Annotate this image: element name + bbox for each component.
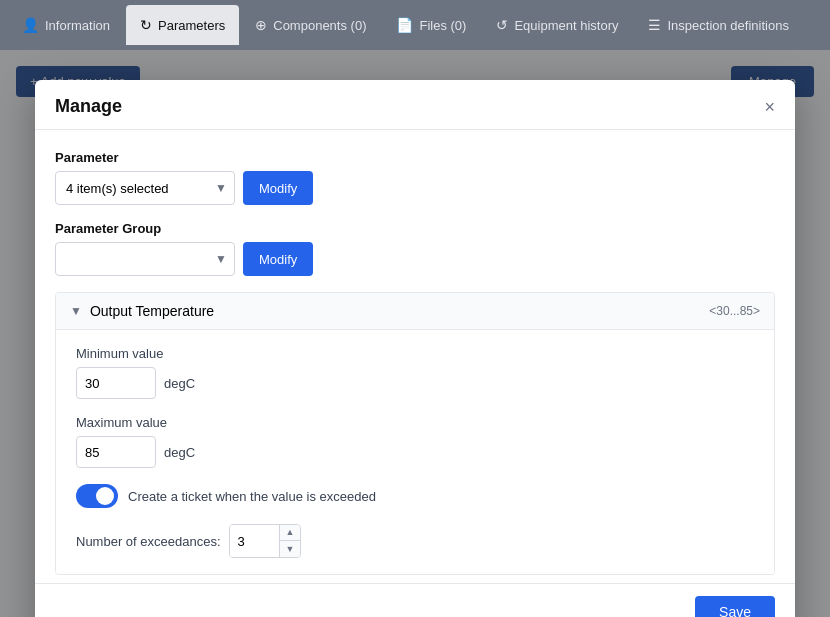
equipment-history-icon: ↺ — [496, 17, 508, 33]
parameter-row: 4 item(s) selected ▼ Modify — [55, 171, 775, 205]
tab-components-label: Components (0) — [273, 18, 366, 33]
tab-equipment-history-label: Equipment history — [514, 18, 618, 33]
tab-parameters[interactable]: ↻ Parameters — [126, 5, 239, 45]
min-unit-label: degC — [164, 376, 195, 391]
parameters-icon: ↻ — [140, 17, 152, 33]
parameter-label: Parameter — [55, 150, 775, 165]
tab-files[interactable]: 📄 Files (0) — [382, 5, 480, 45]
accordion: ▼ Output Temperature <30...85> Minimum v… — [55, 292, 775, 575]
max-value-row: Maximum value degC — [76, 415, 754, 468]
tab-bar: 👤 Information ↻ Parameters ⊕ Components … — [0, 0, 830, 50]
max-unit-label: degC — [164, 445, 195, 460]
components-icon: ⊕ — [255, 17, 267, 33]
accordion-chevron-icon: ▼ — [70, 304, 82, 318]
modal-overlay: Manage × Parameter 4 item(s) selected ▼ — [0, 50, 830, 617]
stepper-down-button[interactable]: ▼ — [280, 541, 301, 557]
exceedances-input[interactable] — [230, 525, 280, 557]
accordion-title: Output Temperature — [90, 303, 214, 319]
tab-inspection-definitions[interactable]: ☰ Inspection definitions — [634, 5, 802, 45]
tab-information-label: Information — [45, 18, 110, 33]
accordion-body: Minimum value degC Maximum value de — [56, 329, 774, 574]
exceedances-row: Number of exceedances: ▲ ▼ — [76, 524, 754, 558]
modal-footer: Save — [35, 583, 795, 617]
exceedances-label: Number of exceedances: — [76, 534, 221, 549]
save-button[interactable]: Save — [695, 596, 775, 617]
tab-files-label: Files (0) — [419, 18, 466, 33]
tab-inspection-definitions-label: Inspection definitions — [667, 18, 788, 33]
accordion-header[interactable]: ▼ Output Temperature <30...85> — [56, 293, 774, 329]
parameter-select[interactable]: 4 item(s) selected — [55, 171, 235, 205]
modal-close-button[interactable]: × — [764, 98, 775, 116]
accordion-header-left: ▼ Output Temperature — [70, 303, 214, 319]
tab-components[interactable]: ⊕ Components (0) — [241, 5, 380, 45]
tab-equipment-history[interactable]: ↺ Equipment history — [482, 5, 632, 45]
accordion-badge: <30...85> — [709, 304, 760, 318]
modal-title: Manage — [55, 96, 122, 117]
min-value-row: Minimum value degC — [76, 346, 754, 399]
tab-information[interactable]: 👤 Information — [8, 5, 124, 45]
min-value-label: Minimum value — [76, 346, 754, 361]
files-icon: 📄 — [396, 17, 413, 33]
parameter-group-select-wrapper: ▼ — [55, 242, 235, 276]
parameter-modify-button[interactable]: Modify — [243, 171, 313, 205]
max-value-input-group: degC — [76, 436, 754, 468]
stepper-buttons: ▲ ▼ — [280, 525, 301, 557]
information-icon: 👤 — [22, 17, 39, 33]
parameter-group-row: ▼ Modify — [55, 242, 775, 276]
min-value-input[interactable] — [76, 367, 156, 399]
parameter-group-group: Parameter Group ▼ Modify — [55, 221, 775, 276]
toggle-slider — [76, 484, 118, 508]
parameter-select-wrapper: 4 item(s) selected ▼ — [55, 171, 235, 205]
manage-modal: Manage × Parameter 4 item(s) selected ▼ — [35, 80, 795, 617]
toggle-label: Create a ticket when the value is exceed… — [128, 489, 376, 504]
tab-parameters-label: Parameters — [158, 18, 225, 33]
inspection-definitions-icon: ☰ — [648, 17, 661, 33]
exceedances-stepper: ▲ ▼ — [229, 524, 302, 558]
content-area: + Add new value Manage Manage × Paramete… — [0, 50, 830, 617]
min-value-input-group: degC — [76, 367, 754, 399]
parameter-group: Parameter 4 item(s) selected ▼ Modify — [55, 150, 775, 205]
modal-header: Manage × — [35, 80, 795, 130]
ticket-toggle[interactable] — [76, 484, 118, 508]
parameter-group-modify-button[interactable]: Modify — [243, 242, 313, 276]
modal-body: Parameter 4 item(s) selected ▼ Modify Pa… — [35, 130, 795, 583]
max-value-label: Maximum value — [76, 415, 754, 430]
parameter-group-select[interactable] — [55, 242, 235, 276]
max-value-input[interactable] — [76, 436, 156, 468]
parameter-group-label: Parameter Group — [55, 221, 775, 236]
toggle-row: Create a ticket when the value is exceed… — [76, 484, 754, 508]
stepper-up-button[interactable]: ▲ — [280, 525, 301, 541]
